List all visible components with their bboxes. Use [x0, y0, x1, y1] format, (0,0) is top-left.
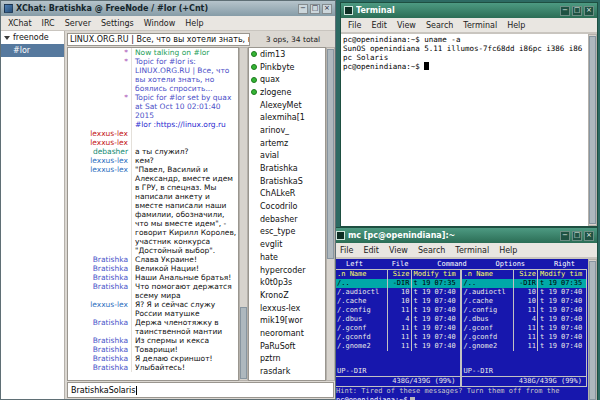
chat-scrollbar-thumb[interactable] [240, 307, 247, 379]
user-list-item[interactable]: pztrn [249, 353, 325, 366]
mc-terminal-menu-file[interactable]: File [335, 246, 358, 255]
user-list-item[interactable]: mik19[wor [249, 314, 325, 327]
maximize-button[interactable] [572, 6, 582, 16]
terminal-menu-search[interactable]: Search [421, 21, 458, 30]
terminal-titlebar[interactable]: Terminal [341, 3, 597, 18]
terminal-menu-view[interactable]: View [392, 21, 421, 30]
terminal-scrollbar-thumb[interactable] [589, 36, 596, 224]
mc-file-row[interactable]: /.gconf11t 19 07:40 [462, 324, 587, 333]
close-button[interactable] [584, 231, 594, 241]
mc-menu-file[interactable]: File [392, 260, 409, 269]
xchat-menu-server[interactable]: Server [60, 19, 96, 28]
mc-file-row[interactable]: /.config11t 19 07:40 [335, 306, 460, 315]
mc-left-panel[interactable]: .n NameSizeModify tim/..-DIRt 19 07:35/.… [334, 269, 461, 387]
user-list-item[interactable]: debasher [249, 213, 325, 226]
chat-scrollbar[interactable] [239, 47, 248, 381]
message-input[interactable]: Solaris [109, 386, 136, 395]
xchat-menu-xchat[interactable]: XChat [3, 19, 37, 28]
user-list-item[interactable]: avial [249, 150, 325, 163]
nick-button[interactable]: Bratishka [71, 386, 109, 395]
user-list-item[interactable]: artemz [249, 137, 325, 150]
mc-file-row[interactable]: /.config11t 19 07:40 [462, 306, 587, 315]
mc-column-header[interactable]: Modify tim [412, 270, 460, 279]
mc-file-row[interactable]: /.dbus4t 19 07:40 [462, 315, 587, 324]
chat-log[interactable]: *Now talking on #lor*Topic for #lor is: … [67, 47, 239, 381]
mc-column-header[interactable]: .n Name [462, 270, 515, 279]
xchat-menu-settings[interactable]: Settings [96, 19, 139, 28]
userlist-scrollbar-thumb[interactable] [327, 49, 334, 259]
close-button[interactable] [584, 6, 594, 16]
maximize-button[interactable] [572, 231, 582, 241]
user-list-item[interactable]: neoromant [249, 327, 325, 340]
mc-menu-left[interactable]: Left [346, 260, 363, 269]
terminal-menu-help[interactable]: Help [502, 21, 530, 30]
terminal-menu-file[interactable]: File [343, 21, 366, 30]
user-list-item[interactable]: arinov_ [249, 124, 325, 137]
minimize-button[interactable] [560, 231, 570, 241]
user-list-item[interactable]: hypercoder [249, 264, 325, 277]
user-list-item[interactable]: ChALkeR [249, 188, 325, 201]
close-button[interactable] [322, 4, 332, 14]
terminal-screen[interactable]: pc@openindiana:~$ uname -aSunOS openindi… [341, 34, 588, 226]
maximize-button[interactable] [310, 4, 320, 14]
user-list[interactable]: dim13PinkbytequaxzlogeneAlexeyMetalexmih… [248, 47, 326, 381]
terminal-menu-edit[interactable]: Edit [366, 21, 392, 30]
tree-item-channel[interactable]: #lor [1, 44, 64, 57]
mc-terminal-menu-terminal[interactable]: Terminal [450, 246, 494, 255]
mc-file-row[interactable]: /..-DIRt 19 07:35 [335, 279, 460, 288]
user-list-item[interactable]: Cocodrilo [249, 200, 325, 213]
mc-titlebar[interactable]: mc [pc@openindiana]:~ [333, 228, 597, 243]
mc-file-row[interactable]: /.audioctl10t 19 07:40 [335, 288, 460, 297]
mc-column-header[interactable]: Size [388, 270, 412, 279]
user-list-item[interactable]: Bratishka [249, 162, 325, 175]
mc-file-row[interactable]: /.gconfd11t 19 07:40 [335, 333, 460, 342]
mc-terminal-menu-view[interactable]: View [384, 246, 413, 255]
mc-terminal-menu-search[interactable]: Search [413, 246, 450, 255]
user-list-item[interactable]: lexxus-lex [249, 302, 325, 315]
expander-icon[interactable] [4, 36, 10, 40]
mc-file-row[interactable]: /.cache10t 19 07:40 [335, 297, 460, 306]
tree-item-server[interactable]: freenode [1, 31, 64, 44]
mc-terminal-menu-edit[interactable]: Edit [358, 246, 384, 255]
mc-file-row[interactable]: /.gconf11t 19 07:40 [335, 324, 460, 333]
user-list-item[interactable]: PaRuSoft [249, 340, 325, 353]
user-list-item[interactable]: rasdark [249, 365, 325, 378]
user-list-item[interactable]: quax [249, 73, 325, 86]
user-list-item[interactable]: zlogene [249, 86, 325, 99]
mc-file-row[interactable]: /.gconfd11t 19 07:40 [462, 333, 587, 342]
user-list-item[interactable]: k0t0p3s [249, 276, 325, 289]
xchat-titlebar[interactable]: XChat: Bratishka @ FreeNode / #lor (+Cnt… [1, 1, 335, 16]
mc-terminal-menu-help[interactable]: Help [494, 246, 522, 255]
topic-input[interactable]: LINUX.ORG.RU | Все, что вы хотели знать,… [67, 33, 250, 46]
user-list-item[interactable]: dim13 [249, 48, 325, 61]
user-list-item[interactable]: hate [249, 251, 325, 264]
mc-scrollbar-thumb[interactable] [589, 261, 596, 400]
mc-column-header[interactable]: Modify tim [538, 270, 586, 279]
terminal-menu-terminal[interactable]: Terminal [458, 21, 502, 30]
minimize-button[interactable] [298, 4, 308, 14]
user-list-item[interactable]: evglit [249, 238, 325, 251]
user-list-item[interactable]: Pinkbyte [249, 61, 325, 74]
mc-file-row[interactable]: /.gnome211t 19 07:40 [462, 342, 587, 351]
mc-column-header[interactable]: .n Name [335, 270, 388, 279]
user-list-item[interactable]: BratishkaS [249, 175, 325, 188]
mc-file-row[interactable]: /.dbus4t 19 07:40 [335, 315, 460, 324]
user-list-item[interactable]: KronoZ [249, 289, 325, 302]
mc-file-row[interactable]: /.cache10t 19 07:40 [462, 297, 587, 306]
mc-file-row[interactable]: /.audioctl10t 19 07:40 [462, 288, 587, 297]
mc-command-line[interactable]: pc@openindiana:~$ [334, 396, 587, 400]
mc-file-row[interactable]: /..-DIRt 19 07:35 [462, 279, 587, 288]
mc-menu-command[interactable]: Command [437, 260, 467, 269]
terminal-scrollbar[interactable] [588, 34, 597, 226]
mc-scrollbar[interactable] [588, 259, 597, 400]
userlist-scrollbar[interactable] [326, 47, 335, 381]
xchat-menu-window[interactable]: Window [139, 19, 181, 28]
minimize-button[interactable] [560, 6, 570, 16]
mc-menu-options[interactable]: Options [496, 260, 526, 269]
user-list-item[interactable]: AlexeyMet [249, 99, 325, 112]
mc-right-panel[interactable]: .n NameSizeModify tim/..-DIRt 19 07:35/.… [461, 269, 588, 387]
user-list-item[interactable]: alexmiha[1 [249, 111, 325, 124]
mc-file-row[interactable]: /.gnome211t 19 07:40 [335, 342, 460, 351]
mc-screen[interactable]: LeftFileCommandOptionsRight .n NameSizeM… [333, 259, 588, 400]
mc-menu-right[interactable]: Right [554, 260, 575, 269]
